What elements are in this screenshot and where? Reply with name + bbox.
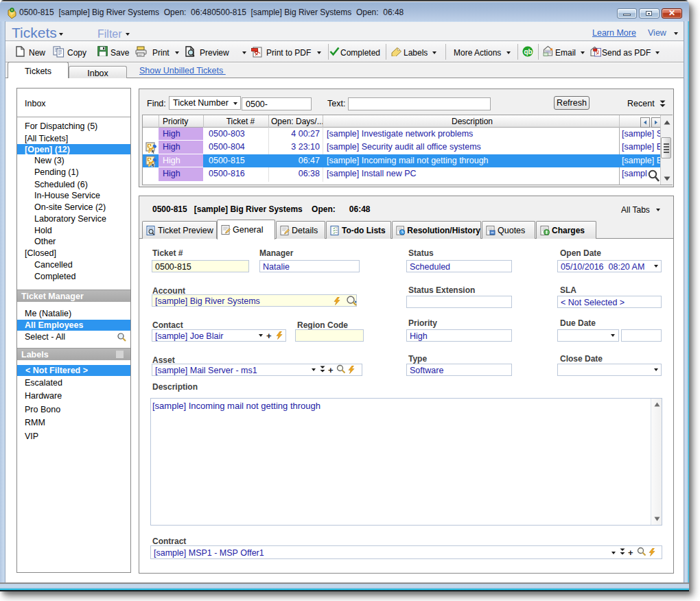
svg-text:qb: qb xyxy=(524,48,533,56)
